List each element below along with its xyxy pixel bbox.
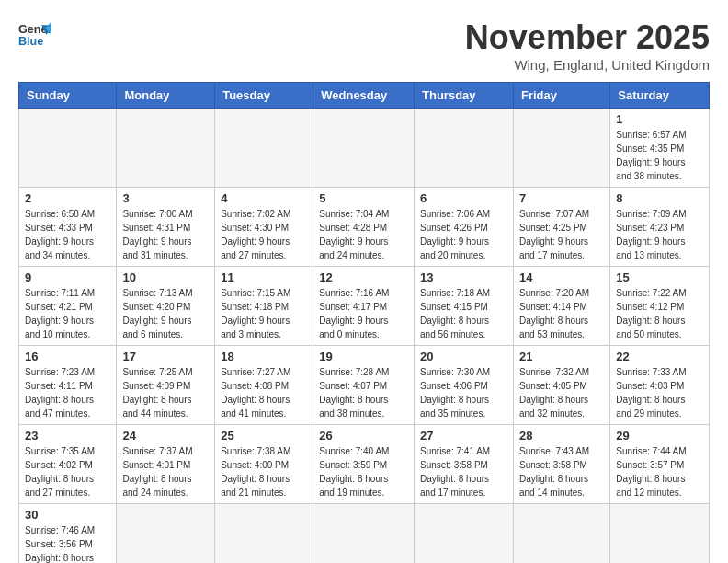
calendar-cell: 20Sunrise: 7:30 AM Sunset: 4:06 PM Dayli… [415, 346, 514, 425]
week-row-1: 2Sunrise: 6:58 AM Sunset: 4:33 PM Daylig… [19, 188, 710, 267]
calendar-cell: 10Sunrise: 7:13 AM Sunset: 4:20 PM Dayli… [117, 267, 215, 346]
week-row-4: 23Sunrise: 7:35 AM Sunset: 4:02 PM Dayli… [19, 425, 710, 504]
calendar-cell [313, 504, 415, 564]
calendar-cell: 27Sunrise: 7:41 AM Sunset: 3:58 PM Dayli… [415, 425, 514, 504]
calendar-cell: 16Sunrise: 7:23 AM Sunset: 4:11 PM Dayli… [19, 346, 117, 425]
calendar-table: SundayMondayTuesdayWednesdayThursdayFrid… [18, 82, 710, 563]
day-number: 19 [319, 350, 408, 363]
day-info: Sunrise: 7:06 AM Sunset: 4:26 PM Dayligh… [420, 207, 507, 262]
calendar-cell [610, 504, 710, 564]
calendar-cell [215, 109, 313, 188]
header-row: SundayMondayTuesdayWednesdayThursdayFrid… [19, 83, 710, 109]
day-info: Sunrise: 7:15 AM Sunset: 4:18 PM Dayligh… [221, 286, 307, 341]
calendar-cell: 1Sunrise: 6:57 AM Sunset: 4:35 PM Daylig… [610, 109, 710, 188]
day-info: Sunrise: 7:02 AM Sunset: 4:30 PM Dayligh… [221, 207, 307, 262]
day-info: Sunrise: 7:18 AM Sunset: 4:15 PM Dayligh… [420, 286, 507, 341]
day-number: 26 [319, 429, 408, 442]
header-saturday: Saturday [610, 83, 710, 109]
calendar-cell: 24Sunrise: 7:37 AM Sunset: 4:01 PM Dayli… [117, 425, 215, 504]
day-number: 4 [221, 191, 307, 205]
calendar-cell: 23Sunrise: 7:35 AM Sunset: 4:02 PM Dayli… [19, 425, 117, 504]
day-info: Sunrise: 7:04 AM Sunset: 4:28 PM Dayligh… [319, 207, 408, 262]
calendar-cell: 3Sunrise: 7:00 AM Sunset: 4:31 PM Daylig… [117, 188, 215, 267]
day-number: 2 [25, 191, 110, 205]
day-number: 12 [319, 270, 408, 284]
day-info: Sunrise: 7:27 AM Sunset: 4:08 PM Dayligh… [221, 365, 307, 420]
day-number: 3 [122, 191, 209, 205]
calendar-cell: 17Sunrise: 7:25 AM Sunset: 4:09 PM Dayli… [117, 346, 215, 425]
day-info: Sunrise: 7:23 AM Sunset: 4:11 PM Dayligh… [25, 365, 110, 420]
calendar-cell [513, 109, 609, 188]
calendar-cell: 15Sunrise: 7:22 AM Sunset: 4:12 PM Dayli… [610, 267, 710, 346]
day-info: Sunrise: 7:33 AM Sunset: 4:03 PM Dayligh… [616, 365, 703, 420]
day-number: 28 [519, 429, 604, 442]
day-number: 16 [25, 350, 110, 363]
week-row-0: 1Sunrise: 6:57 AM Sunset: 4:35 PM Daylig… [19, 109, 710, 188]
day-info: Sunrise: 7:43 AM Sunset: 3:58 PM Dayligh… [519, 444, 604, 500]
day-info: Sunrise: 7:20 AM Sunset: 4:14 PM Dayligh… [519, 286, 604, 341]
calendar-cell: 30Sunrise: 7:46 AM Sunset: 3:56 PM Dayli… [19, 504, 117, 564]
week-row-3: 16Sunrise: 7:23 AM Sunset: 4:11 PM Dayli… [19, 346, 710, 425]
day-number: 7 [519, 191, 604, 205]
calendar-cell [415, 504, 514, 564]
calendar-cell: 6Sunrise: 7:06 AM Sunset: 4:26 PM Daylig… [415, 188, 514, 267]
logo: General Blue [18, 18, 51, 52]
day-number: 8 [616, 191, 703, 205]
calendar-cell: 26Sunrise: 7:40 AM Sunset: 3:59 PM Dayli… [313, 425, 415, 504]
day-number: 27 [420, 429, 507, 442]
day-number: 13 [420, 270, 507, 284]
day-info: Sunrise: 7:07 AM Sunset: 4:25 PM Dayligh… [519, 207, 604, 262]
calendar-cell: 28Sunrise: 7:43 AM Sunset: 3:58 PM Dayli… [513, 425, 609, 504]
day-info: Sunrise: 7:37 AM Sunset: 4:01 PM Dayligh… [122, 444, 209, 500]
calendar-cell [19, 109, 117, 188]
calendar-cell: 21Sunrise: 7:32 AM Sunset: 4:05 PM Dayli… [513, 346, 609, 425]
day-number: 14 [519, 270, 604, 284]
day-number: 17 [122, 350, 209, 363]
week-row-2: 9Sunrise: 7:11 AM Sunset: 4:21 PM Daylig… [19, 267, 710, 346]
calendar-cell: 14Sunrise: 7:20 AM Sunset: 4:14 PM Dayli… [513, 267, 609, 346]
day-info: Sunrise: 7:46 AM Sunset: 3:56 PM Dayligh… [25, 523, 110, 563]
day-number: 6 [420, 191, 507, 205]
day-number: 11 [221, 270, 307, 284]
calendar-cell: 9Sunrise: 7:11 AM Sunset: 4:21 PM Daylig… [19, 267, 117, 346]
calendar-cell [117, 504, 215, 564]
day-info: Sunrise: 7:13 AM Sunset: 4:20 PM Dayligh… [122, 286, 209, 341]
day-number: 25 [221, 429, 307, 442]
day-number: 5 [319, 191, 408, 205]
day-info: Sunrise: 6:57 AM Sunset: 4:35 PM Dayligh… [616, 128, 703, 183]
calendar-cell: 12Sunrise: 7:16 AM Sunset: 4:17 PM Dayli… [313, 267, 415, 346]
day-number: 1 [616, 112, 703, 126]
calendar-cell [513, 504, 609, 564]
day-number: 18 [221, 350, 307, 363]
header-sunday: Sunday [19, 83, 117, 109]
day-number: 10 [122, 270, 209, 284]
day-info: Sunrise: 7:38 AM Sunset: 4:00 PM Dayligh… [221, 444, 307, 500]
day-number: 20 [420, 350, 507, 363]
calendar-cell: 5Sunrise: 7:04 AM Sunset: 4:28 PM Daylig… [313, 188, 415, 267]
header-wednesday: Wednesday [313, 83, 415, 109]
day-number: 21 [519, 350, 604, 363]
day-number: 24 [122, 429, 209, 442]
day-info: Sunrise: 7:44 AM Sunset: 3:57 PM Dayligh… [616, 444, 703, 500]
header-tuesday: Tuesday [215, 83, 313, 109]
calendar-cell: 4Sunrise: 7:02 AM Sunset: 4:30 PM Daylig… [215, 188, 313, 267]
day-info: Sunrise: 7:22 AM Sunset: 4:12 PM Dayligh… [616, 286, 703, 341]
day-info: Sunrise: 7:32 AM Sunset: 4:05 PM Dayligh… [519, 365, 604, 420]
day-info: Sunrise: 7:09 AM Sunset: 4:23 PM Dayligh… [616, 207, 703, 262]
day-info: Sunrise: 7:28 AM Sunset: 4:07 PM Dayligh… [319, 365, 408, 420]
day-number: 30 [25, 508, 110, 522]
title-section: November 2025 Wing, England, United King… [465, 18, 710, 73]
day-number: 23 [25, 429, 110, 442]
calendar-cell: 19Sunrise: 7:28 AM Sunset: 4:07 PM Dayli… [313, 346, 415, 425]
calendar-cell: 29Sunrise: 7:44 AM Sunset: 3:57 PM Dayli… [610, 425, 710, 504]
calendar-cell: 22Sunrise: 7:33 AM Sunset: 4:03 PM Dayli… [610, 346, 710, 425]
svg-text:Blue: Blue [18, 35, 43, 48]
calendar-cell: 11Sunrise: 7:15 AM Sunset: 4:18 PM Dayli… [215, 267, 313, 346]
day-info: Sunrise: 7:41 AM Sunset: 3:58 PM Dayligh… [420, 444, 507, 500]
calendar-subtitle: Wing, England, United Kingdom [465, 57, 710, 73]
calendar-cell [415, 109, 514, 188]
day-number: 9 [25, 270, 110, 284]
day-info: Sunrise: 7:25 AM Sunset: 4:09 PM Dayligh… [122, 365, 209, 420]
header: General Blue November 2025 Wing, England… [18, 18, 710, 73]
day-info: Sunrise: 7:30 AM Sunset: 4:06 PM Dayligh… [420, 365, 507, 420]
